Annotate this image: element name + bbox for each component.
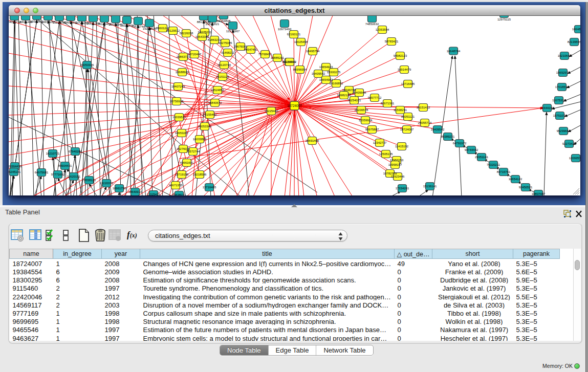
svg-text:16409542: 16409542 xyxy=(431,128,445,131)
svg-text:15136141: 15136141 xyxy=(423,185,437,188)
svg-text:10653287: 10653287 xyxy=(175,132,189,135)
svg-text:89129512: 89129512 xyxy=(166,29,180,32)
svg-text:64791972: 64791972 xyxy=(453,142,467,145)
svg-text:13654923: 13654923 xyxy=(319,65,333,69)
svg-text:12975115: 12975115 xyxy=(497,18,511,21)
svg-text:93275031: 93275031 xyxy=(198,31,212,34)
svg-text:13220372: 13220372 xyxy=(100,182,114,185)
svg-text:93275085: 93275085 xyxy=(219,41,232,45)
svg-text:96840672: 96840672 xyxy=(208,101,222,104)
svg-text:84716761: 84716761 xyxy=(497,170,511,173)
svg-text:10688609: 10688609 xyxy=(176,71,189,74)
svg-text:26409948: 26409948 xyxy=(353,91,366,94)
svg-text:10720407: 10720407 xyxy=(188,53,202,56)
svg-text:39151412: 39151412 xyxy=(417,106,430,109)
svg-text:18407249: 18407249 xyxy=(171,85,185,88)
svg-text:15885201: 15885201 xyxy=(271,56,285,59)
svg-text:13716485: 13716485 xyxy=(203,186,216,189)
svg-text:90975887: 90975887 xyxy=(365,128,379,131)
svg-text:17957253: 17957253 xyxy=(390,159,404,162)
svg-text:91468211: 91468211 xyxy=(221,51,235,54)
svg-text:10654122: 10654122 xyxy=(509,178,522,181)
svg-text:12213967: 12213967 xyxy=(226,30,240,33)
svg-text:16210721: 16210721 xyxy=(46,152,60,155)
svg-text:18724007: 18724007 xyxy=(400,128,414,131)
svg-text:67940281: 67940281 xyxy=(69,150,82,153)
svg-text:18495754: 18495754 xyxy=(306,50,320,53)
svg-text:19166852: 19166852 xyxy=(330,82,343,85)
svg-text:13524851: 13524851 xyxy=(211,89,225,92)
svg-text:10120746: 10120746 xyxy=(217,63,231,67)
svg-text:84547491: 84547491 xyxy=(244,48,258,51)
svg-text:64975681: 64975681 xyxy=(35,171,49,174)
svg-text:82139555: 82139555 xyxy=(568,40,580,43)
svg-text:75155462: 75155462 xyxy=(203,113,217,116)
svg-text:20691406: 20691406 xyxy=(306,139,319,142)
svg-text:16671355: 16671355 xyxy=(169,184,183,187)
svg-text:29351141: 29351141 xyxy=(475,156,489,159)
svg-text:12505135: 12505135 xyxy=(379,152,393,156)
svg-text:20053346: 20053346 xyxy=(80,63,94,67)
svg-text:16409542: 16409542 xyxy=(312,72,325,75)
svg-text:58783421: 58783421 xyxy=(385,40,399,43)
svg-text:12444159: 12444159 xyxy=(540,106,554,110)
svg-text:73572744: 73572744 xyxy=(186,150,200,153)
svg-text:16033809: 16033809 xyxy=(193,138,207,141)
svg-text:18724007: 18724007 xyxy=(287,104,302,107)
svg-text:16648784: 16648784 xyxy=(572,28,580,31)
svg-text:92450521: 92450521 xyxy=(519,186,533,189)
svg-text:10025458: 10025458 xyxy=(294,40,308,43)
svg-text:15300275: 15300275 xyxy=(327,71,341,74)
svg-text:20756928: 20756928 xyxy=(170,100,184,103)
svg-text:16961755: 16961755 xyxy=(113,187,126,190)
svg-text:17016534: 17016534 xyxy=(555,85,569,89)
svg-text:19654982: 19654982 xyxy=(319,78,333,81)
svg-text:86996954: 86996954 xyxy=(293,68,307,71)
svg-text:16914479: 16914479 xyxy=(398,68,411,71)
svg-text:12359924: 12359924 xyxy=(359,119,373,122)
svg-text:12923446: 12923446 xyxy=(391,175,405,178)
svg-text:10719155: 10719155 xyxy=(175,173,189,176)
svg-text:12093577: 12093577 xyxy=(569,157,580,160)
svg-text:19218506: 19218506 xyxy=(193,173,207,176)
svg-text:29876821: 29876821 xyxy=(206,23,220,26)
svg-text:76254021: 76254021 xyxy=(347,99,361,102)
svg-text:62160121: 62160121 xyxy=(287,33,301,36)
svg-text:10958157: 10958157 xyxy=(388,163,402,166)
svg-text:19218506: 19218506 xyxy=(143,27,157,30)
svg-text:20364436: 20364436 xyxy=(9,165,22,168)
svg-text:95299662: 95299662 xyxy=(557,129,571,133)
svg-text:96577712: 96577712 xyxy=(368,96,382,99)
svg-text:20053346: 20053346 xyxy=(198,125,212,128)
svg-text:11675312: 11675312 xyxy=(552,99,566,102)
svg-text:82671301: 82671301 xyxy=(381,102,395,105)
svg-text:18640910: 18640910 xyxy=(128,190,142,193)
svg-text:11415192: 11415192 xyxy=(395,145,409,148)
svg-text:10210643: 10210643 xyxy=(558,54,572,57)
svg-text:16245141: 16245141 xyxy=(9,170,21,173)
svg-text:69661601: 69661601 xyxy=(180,161,194,164)
svg-text:94982123: 94982123 xyxy=(394,54,407,57)
svg-text:19339511: 19339511 xyxy=(172,116,186,119)
svg-text:16648784: 16648784 xyxy=(447,50,461,53)
svg-text:11620151: 11620151 xyxy=(67,175,81,178)
svg-text:15225442: 15225442 xyxy=(265,110,278,113)
svg-text:11568291: 11568291 xyxy=(394,108,407,112)
svg-text:76320211: 76320211 xyxy=(487,163,500,166)
svg-text:89389231: 89389231 xyxy=(441,135,455,138)
svg-text:85051121: 85051121 xyxy=(401,115,415,118)
svg-text:24055714: 24055714 xyxy=(418,121,432,124)
svg-text:12342737: 12342737 xyxy=(373,141,387,144)
svg-text:10807487: 10807487 xyxy=(532,192,546,195)
svg-text:16151121: 16151121 xyxy=(216,75,230,78)
svg-text:74850632: 74850632 xyxy=(365,23,379,26)
svg-text:12353594: 12353594 xyxy=(376,28,389,31)
svg-text:15692971: 15692971 xyxy=(556,71,570,74)
svg-text:58226058: 58226058 xyxy=(180,32,193,35)
svg-text:94982122: 94982122 xyxy=(337,94,351,97)
svg-text:16154808: 16154808 xyxy=(217,19,231,23)
svg-text:94744442: 94744442 xyxy=(465,148,478,151)
svg-text:10973493: 10973493 xyxy=(278,28,292,31)
svg-text:91154602: 91154602 xyxy=(283,60,297,63)
svg-text:97771692: 97771692 xyxy=(51,173,65,176)
